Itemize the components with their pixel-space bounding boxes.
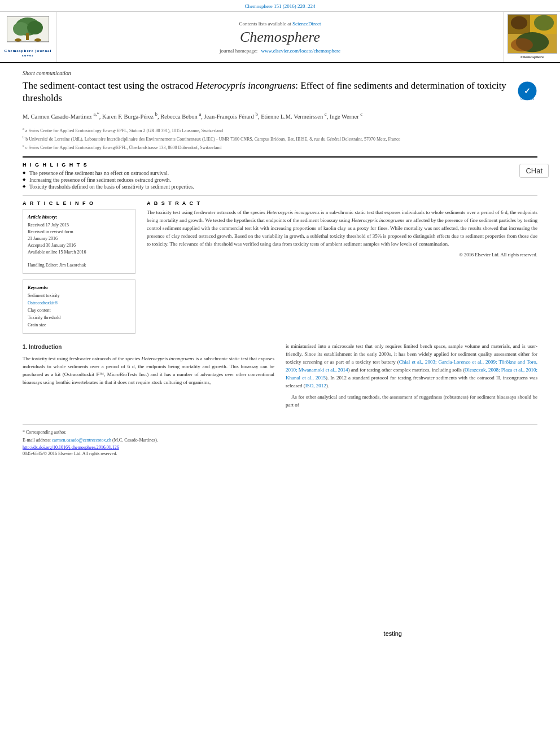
online-date: Available online 15 March 2016 xyxy=(28,249,130,256)
keyword-4: Toxicity threshold xyxy=(28,314,130,322)
svg-point-6 xyxy=(34,38,41,42)
affil-c-text: c Swiss Centre for Applied Ecotoxicology… xyxy=(25,145,222,150)
journal-center-header: Contents lists available at ScienceDirec… xyxy=(56,12,504,62)
highlight-item-1: The presence of fine sediment has no eff… xyxy=(23,171,537,176)
journal-header: Chemosphere journal cover Contents lists… xyxy=(0,12,560,63)
abstract-column: A B S T R A C T The toxicity test using … xyxy=(147,200,537,334)
affiliation-b: b b Université de Lorraine (UdL), Labora… xyxy=(23,134,537,143)
homepage-link[interactable]: www.elsevier.com/locate/chemosphere xyxy=(261,48,340,54)
corresponding-author-label: * Corresponding author. xyxy=(23,430,67,435)
footer-section: * Corresponding author. E-mail address: … xyxy=(23,424,537,456)
keyword-2: Ostracodtoxkit® xyxy=(28,300,130,307)
email-suffix: (M.C. Casado-Martinez). xyxy=(112,438,158,443)
divider-1 xyxy=(23,156,537,158)
sciencedirect-line: Contents lists available at ScienceDirec… xyxy=(239,21,321,27)
article-title-area: The sediment-contact test using the ostr… xyxy=(23,80,537,104)
journal-thumbnail-area: Chemosphere xyxy=(504,12,560,62)
article-affiliations: a a Swiss Centre for Applied Ecotoxicolo… xyxy=(23,126,537,151)
divider-2 xyxy=(23,195,537,196)
intro-para-1: The toxicity test using freshwater ostra… xyxy=(23,355,274,387)
revised-date: 21 January 2016 xyxy=(28,235,130,242)
highlights-section: H I G H L I G H T S The presence of fine… xyxy=(23,162,537,190)
svg-point-12 xyxy=(533,15,553,30)
article-history-box: Article history: Received 17 July 2015 R… xyxy=(23,209,135,274)
body-col-right: is miniaturised into a microscale test t… xyxy=(286,343,537,413)
svg-point-14 xyxy=(510,38,532,51)
sciencedirect-link[interactable]: ScienceDirect xyxy=(292,21,321,27)
abstract-heading: A B S T R A C T xyxy=(147,200,537,206)
svg-point-11 xyxy=(510,16,527,29)
homepage-line: journal homepage: www.elsevier.com/locat… xyxy=(220,48,340,54)
highlight-item-3: Toxicity thresholds defined on the basis… xyxy=(23,184,537,190)
crossmark-icon[interactable]: ✓ CrossMark xyxy=(517,81,537,101)
received-date: Received 17 July 2015 xyxy=(28,222,130,229)
journal-citation-bar: Chemosphere 151 (2016) 220–224 xyxy=(0,0,560,12)
abstract-text: The toxicity test using freshwater ostra… xyxy=(147,209,537,248)
keyword-2-link[interactable]: Ostracodtoxkit® xyxy=(28,300,58,305)
testing-label: testing xyxy=(384,630,402,637)
handling-editor: Handling Editor: Jim Lazorchak xyxy=(28,262,130,269)
intro-heading: 1. Introduction xyxy=(23,343,274,352)
elsevier-logo-icon xyxy=(7,16,49,47)
journal-cover-image xyxy=(508,14,557,54)
article-title-prefix: The sediment-contact test using the ostr… xyxy=(23,80,506,103)
intro-para-2: is miniaturised into a microscale test t… xyxy=(286,343,537,390)
keyword-1: Sediment toxicity xyxy=(28,292,130,300)
sciencedirect-prefix: Contents lists available at xyxy=(239,21,291,27)
email-footnote: E-mail address: carmen.casado@centreecot… xyxy=(23,437,537,443)
elsevier-logo-area: Chemosphere journal cover xyxy=(0,12,56,62)
journal-title: Chemosphere xyxy=(240,29,320,46)
highlight-item-2: Increasing the presence of fine sediment… xyxy=(23,177,537,183)
info-abstract-section: A R T I C L E I N F O Article history: R… xyxy=(23,200,537,334)
article-title-text: The sediment-contact test using the ostr… xyxy=(23,80,517,104)
issn-line: 0045-6535/© 2016 Elsevier Ltd. All right… xyxy=(23,451,537,456)
affil-a-text: a Swiss Centre for Applied Ecotoxicology… xyxy=(25,128,223,133)
affil-b-text: b Université de Lorraine (UdL), Laborato… xyxy=(25,137,400,142)
page: Chemosphere 151 (2016) 220–224 Chemosphe… xyxy=(0,0,560,747)
journal-cover-thumb xyxy=(508,14,557,54)
homepage-prefix: journal homepage: xyxy=(220,48,257,54)
email-link[interactable]: carmen.casado@centreecotox.ch xyxy=(52,438,111,443)
chat-overlay[interactable]: CHat xyxy=(519,164,549,178)
svg-point-5 xyxy=(15,38,21,42)
received-revised-label: Received in revised form xyxy=(28,229,130,235)
elsevier-name: Chemosphere journal cover xyxy=(3,49,53,58)
corresponding-author-note: * Corresponding author. xyxy=(23,429,537,435)
journal-citation: Chemosphere 151 (2016) 220–224 xyxy=(244,3,315,9)
copyright-text: © 2016 Elsevier Ltd. All rights reserved… xyxy=(147,252,537,257)
doi-line: http://dx.doi.org/10.1016/j.chemosphere.… xyxy=(23,445,537,450)
article-info-column: A R T I C L E I N F O Article history: R… xyxy=(23,200,135,334)
keywords-box: Keywords: Sediment toxicity Ostracodtoxk… xyxy=(23,279,135,334)
email-label: E-mail address: xyxy=(23,438,51,443)
journal-thumb-title: Chemosphere xyxy=(520,55,544,59)
chat-label: CHat xyxy=(526,167,542,175)
body-col-left: 1. Introduction The toxicity test using … xyxy=(23,343,274,413)
keyword-5: Grain size xyxy=(28,322,130,329)
accepted-date: Accepted 30 January 2016 xyxy=(28,242,130,249)
highlights-heading: H I G H L I G H T S xyxy=(23,162,537,168)
svg-rect-4 xyxy=(26,33,29,40)
article-authors: M. Carmen Casado-Martinez a,*, Karen F. … xyxy=(23,110,537,121)
doi-link[interactable]: http://dx.doi.org/10.1016/j.chemosphere.… xyxy=(23,445,119,450)
keyword-3: Clay content xyxy=(28,307,130,314)
article-content: Short communication The sediment-contact… xyxy=(0,63,560,468)
testing-overlay: testing xyxy=(384,630,402,637)
intro-para-3: As for other analytical and testing meth… xyxy=(286,394,537,409)
svg-point-3 xyxy=(27,21,43,34)
svg-text:CrossMark: CrossMark xyxy=(520,97,535,101)
body-section: 1. Introduction The toxicity test using … xyxy=(23,343,537,413)
svg-text:✓: ✓ xyxy=(524,86,531,95)
ref-iso[interactable]: ISO, 2012 xyxy=(305,383,326,388)
history-label: Article history: xyxy=(28,214,130,220)
article-type: Short communication xyxy=(23,70,537,76)
keywords-label: Keywords: xyxy=(28,285,130,290)
body-two-col: 1. Introduction The toxicity test using … xyxy=(23,343,537,413)
affiliation-c: c c Swiss Centre for Applied Ecotoxicolo… xyxy=(23,143,537,151)
affiliation-a: a a Swiss Centre for Applied Ecotoxicolo… xyxy=(23,126,537,134)
article-info-heading: A R T I C L E I N F O xyxy=(23,200,135,206)
